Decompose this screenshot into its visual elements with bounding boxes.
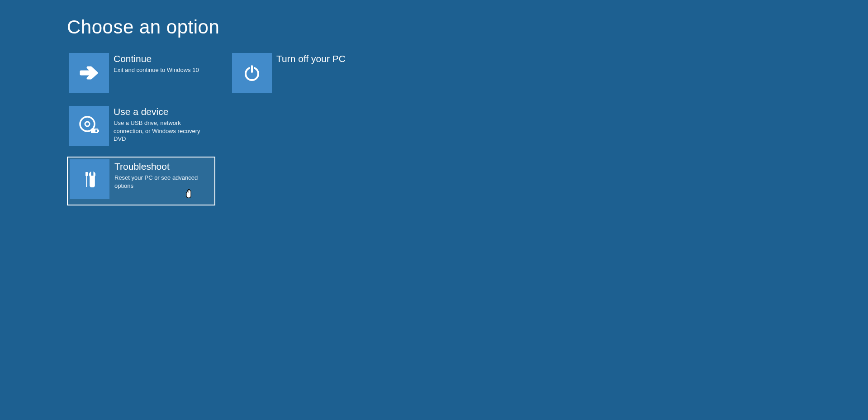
troubleshoot-text: Troubleshoot Reset your PC or see advanc… [110,159,213,190]
disc-usb-icon [69,106,109,146]
svg-rect-4 [97,130,99,132]
troubleshoot-option[interactable]: Troubleshoot Reset your PC or see advanc… [67,157,215,205]
use-device-option[interactable]: Use a device Use a USB drive, network co… [67,104,215,148]
svg-rect-6 [86,176,87,187]
troubleshoot-subtitle: Reset your PC or see advanced options [114,174,209,190]
svg-rect-5 [85,172,88,176]
use-device-title: Use a device [114,106,213,117]
recovery-options-screen: Choose an option Continue Exit and conti… [0,0,868,205]
turn-off-title: Turn off your PC [276,53,376,64]
continue-subtitle: Exit and continue to Windows 10 [114,66,209,74]
continue-text: Continue Exit and continue to Windows 10 [109,53,213,74]
use-device-subtitle: Use a USB drive, network connection, or … [114,119,209,143]
use-device-text: Use a device Use a USB drive, network co… [109,106,213,143]
page-title: Choose an option [67,16,868,38]
svg-rect-9 [91,171,94,176]
tools-icon [70,159,109,199]
power-icon [232,53,272,93]
arrow-right-icon [69,53,109,93]
continue-title: Continue [114,53,213,64]
svg-rect-12 [251,65,253,73]
turn-off-option[interactable]: Turn off your PC [230,51,378,95]
troubleshoot-title: Troubleshoot [114,161,213,172]
turn-off-text: Turn off your PC [272,53,376,66]
options-grid: Continue Exit and continue to Windows 10 [67,51,868,205]
options-column-right: Turn off your PC [230,51,378,205]
options-column-left: Continue Exit and continue to Windows 10 [67,51,215,205]
continue-option[interactable]: Continue Exit and continue to Windows 10 [67,51,215,95]
svg-point-1 [85,122,90,126]
